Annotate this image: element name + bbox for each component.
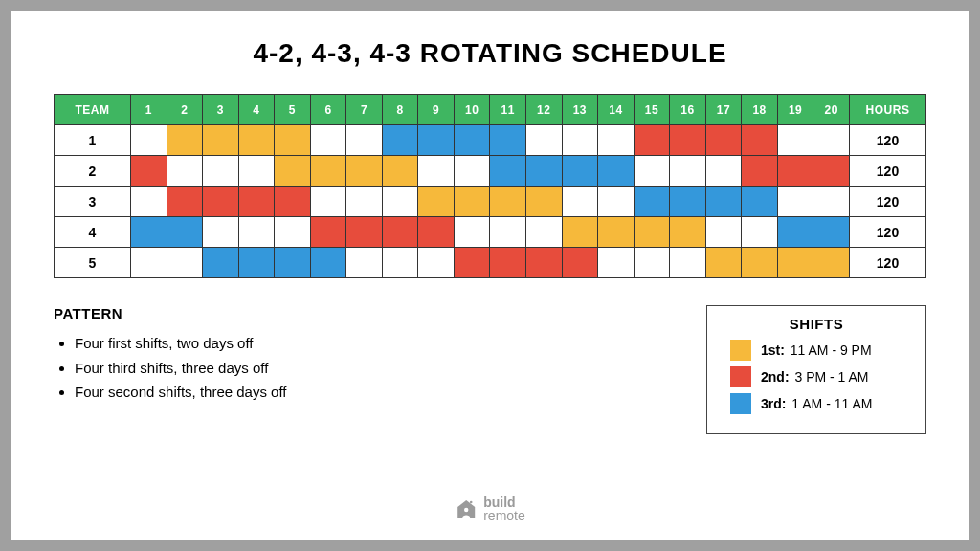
table-row: 5120 — [55, 248, 926, 278]
day-cell — [275, 187, 311, 217]
col-day-17: 17 — [705, 95, 742, 125]
house-person-icon — [455, 497, 478, 520]
day-cell — [742, 217, 778, 248]
day-cell — [454, 125, 490, 156]
day-cell — [167, 248, 203, 278]
day-cell — [454, 248, 490, 278]
day-cell — [526, 156, 563, 187]
day-cell — [167, 217, 203, 248]
day-cell — [454, 187, 490, 217]
legend-swatch — [730, 393, 751, 414]
day-cell — [742, 187, 778, 217]
col-day-12: 12 — [526, 95, 563, 125]
day-cell — [490, 248, 526, 278]
day-cell — [382, 217, 418, 248]
table-row: 1120 — [55, 125, 926, 156]
day-cell — [705, 217, 742, 248]
day-cell — [346, 248, 383, 278]
team-name: 3 — [55, 187, 131, 217]
day-cell — [490, 125, 526, 156]
col-day-1: 1 — [131, 95, 167, 125]
day-cell — [705, 248, 742, 278]
col-day-9: 9 — [418, 95, 455, 125]
day-cell — [777, 248, 813, 278]
day-cell — [598, 217, 635, 248]
col-day-8: 8 — [382, 95, 418, 125]
day-cell — [275, 125, 311, 156]
day-cell — [131, 187, 167, 217]
day-cell — [418, 248, 455, 278]
day-cell — [167, 187, 203, 217]
page-title: 4-2, 4-3, 4-3 ROTATING SCHEDULE — [54, 38, 926, 69]
day-cell — [598, 156, 635, 187]
shifts-legend: SHIFTS 1st: 11 AM - 9 PM2nd: 3 PM - 1 AM… — [706, 305, 926, 434]
day-cell — [634, 217, 670, 248]
day-cell — [562, 217, 598, 248]
hours-value: 120 — [850, 125, 926, 156]
table-row: 4120 — [55, 217, 926, 248]
day-cell — [238, 187, 275, 217]
day-cell — [670, 125, 706, 156]
day-cell — [670, 248, 706, 278]
day-cell — [598, 125, 635, 156]
day-cell — [813, 248, 850, 278]
day-cell — [310, 187, 346, 217]
day-cell — [167, 156, 203, 187]
legend-label: 3rd: 1 AM - 11 AM — [761, 396, 872, 411]
day-cell — [777, 217, 813, 248]
svg-point-0 — [464, 508, 468, 512]
day-cell — [203, 187, 239, 217]
table-row: 2120 — [55, 156, 926, 187]
day-cell — [490, 217, 526, 248]
day-cell — [670, 217, 706, 248]
legend-label: 2nd: 3 PM - 1 AM — [761, 369, 868, 385]
day-cell — [742, 248, 778, 278]
day-cell — [382, 125, 418, 156]
col-day-3: 3 — [203, 95, 239, 125]
day-cell — [418, 187, 455, 217]
day-cell — [777, 156, 813, 187]
day-cell — [813, 217, 850, 248]
col-day-6: 6 — [310, 95, 346, 125]
day-cell — [526, 248, 563, 278]
day-cell — [238, 217, 275, 248]
day-cell — [167, 125, 203, 156]
day-cell — [346, 187, 383, 217]
day-cell — [382, 187, 418, 217]
col-day-15: 15 — [634, 95, 670, 125]
team-name: 4 — [55, 217, 131, 248]
brand-line2: remote — [483, 509, 525, 522]
col-day-11: 11 — [490, 95, 526, 125]
col-day-10: 10 — [454, 95, 490, 125]
pattern-title: PATTERN — [54, 305, 287, 321]
day-cell — [526, 125, 563, 156]
day-cell — [562, 248, 598, 278]
day-cell — [742, 125, 778, 156]
day-cell — [238, 248, 275, 278]
day-cell — [705, 156, 742, 187]
day-cell — [275, 156, 311, 187]
day-cell — [742, 156, 778, 187]
col-day-14: 14 — [598, 95, 635, 125]
day-cell — [310, 156, 346, 187]
day-cell — [705, 187, 742, 217]
legend-row: 2nd: 3 PM - 1 AM — [730, 366, 902, 387]
day-cell — [705, 125, 742, 156]
pattern-item: Four second shifts, three days off — [75, 380, 287, 405]
day-cell — [382, 248, 418, 278]
day-cell — [131, 156, 167, 187]
day-cell — [490, 156, 526, 187]
pattern-list: Four first shifts, two days offFour thir… — [54, 331, 287, 405]
day-cell — [131, 125, 167, 156]
pattern-block: PATTERN Four first shifts, two days offF… — [54, 305, 287, 405]
brand-line1: build — [483, 496, 525, 509]
legend-swatch — [730, 340, 751, 361]
day-cell — [238, 125, 275, 156]
hours-value: 120 — [850, 248, 926, 278]
day-cell — [346, 125, 383, 156]
day-cell — [275, 217, 311, 248]
day-cell — [670, 187, 706, 217]
day-cell — [526, 217, 563, 248]
legend-title: SHIFTS — [730, 316, 902, 332]
col-day-4: 4 — [238, 95, 275, 125]
